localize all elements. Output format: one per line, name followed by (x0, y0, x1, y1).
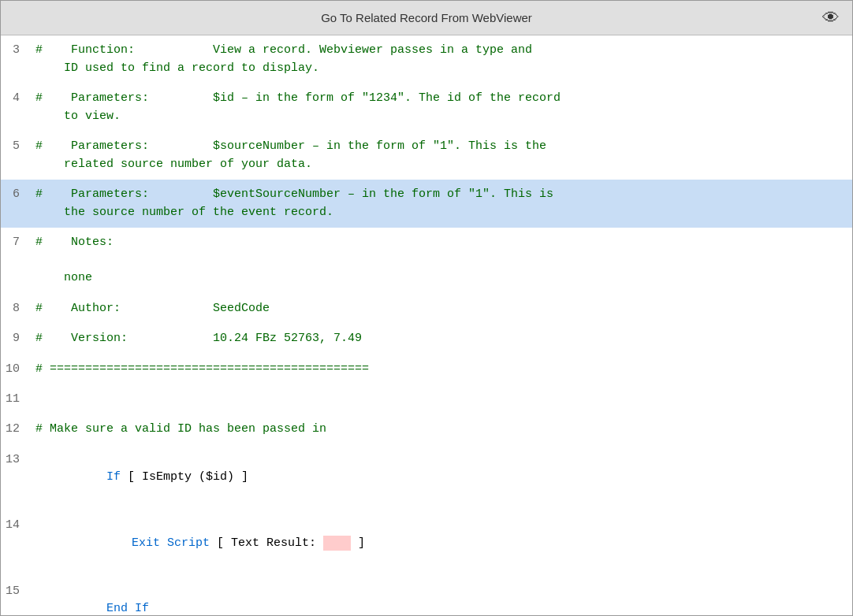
line-number-6: 6 (1, 180, 32, 204)
code-line-4: 4 # Parameters: $id – in the form of "12… (1, 83, 852, 132)
code-line-10: 10 # ===================================… (1, 354, 852, 385)
line-content-3: # Function: View a record. Webviewer pas… (32, 35, 852, 83)
code-line-8: 8 # Author: SeedCode (1, 294, 852, 325)
title-bar: Go To Related Record From WebViewer 👁 (1, 1, 852, 35)
empty-value-placeholder (323, 536, 351, 551)
code-line-7: 7 # Notes: none (1, 228, 852, 294)
keyword-end-if: End If (106, 602, 149, 615)
code-area: 3 # Function: View a record. Webviewer p… (1, 35, 852, 615)
line-number-15: 15 (1, 577, 32, 601)
line-content-5: # Parameters: $sourceNumber – in the for… (32, 132, 852, 180)
line-content-15: End If (32, 577, 852, 616)
line-content-10: # ======================================… (32, 354, 852, 385)
line-number-4: 4 (1, 83, 32, 108)
line-content-14: Exit Script [ Text Result: ] (32, 510, 852, 577)
code-line-15: 15 End If (1, 577, 852, 616)
code-lines: 3 # Function: View a record. Webviewer p… (1, 35, 852, 615)
line-content-11 (32, 384, 852, 397)
line-number-11: 11 (1, 384, 32, 409)
line-number-3: 3 (1, 35, 32, 60)
line-content-13: If [ IsEmpty ($id) ] (32, 445, 852, 511)
line-number-8: 8 (1, 294, 32, 318)
line-content-6: # Parameters: $eventSourceNumber – in th… (32, 180, 852, 228)
window-title: Go To Related Record From WebViewer (321, 11, 532, 24)
line-content-4: # Parameters: $id – in the form of "1234… (32, 83, 852, 132)
line-content-12: # Make sure a valid ID has been passed i… (32, 414, 852, 445)
eye-icon[interactable]: 👁 (822, 7, 840, 28)
line13-rest: [ IsEmpty ($id) ] (121, 470, 248, 484)
line-number-14: 14 (1, 510, 32, 535)
keyword-exit-script: Exit Script (132, 536, 210, 550)
line-number-12: 12 (1, 414, 32, 439)
code-line-11: 11 (1, 384, 852, 414)
code-line-6: 6 # Parameters: $eventSourceNumber – in … (1, 180, 852, 228)
code-line-9: 9 # Version: 10.24 FBz 52763, 7.49 (1, 324, 852, 354)
line14-bracket-open: [ Text Result: (210, 536, 323, 550)
code-line-3: 3 # Function: View a record. Webviewer p… (1, 35, 852, 83)
line-number-13: 13 (1, 445, 32, 469)
line-number-7: 7 (1, 228, 32, 252)
window: Go To Related Record From WebViewer 👁 3 … (0, 0, 853, 616)
code-line-13: 13 If [ IsEmpty ($id) ] (1, 445, 852, 511)
line-number-9: 9 (1, 324, 32, 348)
code-line-14: 14 Exit Script [ Text Result: ] (1, 510, 852, 577)
line14-bracket-close: ] (351, 536, 365, 550)
line-number-10: 10 (1, 354, 32, 379)
code-line-5: 5 # Parameters: $sourceNumber – in the f… (1, 132, 852, 180)
code-line-12: 12 # Make sure a valid ID has been passe… (1, 414, 852, 445)
keyword-if: If (106, 470, 121, 484)
line-content-8: # Author: SeedCode (32, 294, 852, 325)
line-content-7: # Notes: none (32, 228, 852, 294)
line-content-9: # Version: 10.24 FBz 52763, 7.49 (32, 324, 852, 354)
line-number-5: 5 (1, 132, 32, 156)
